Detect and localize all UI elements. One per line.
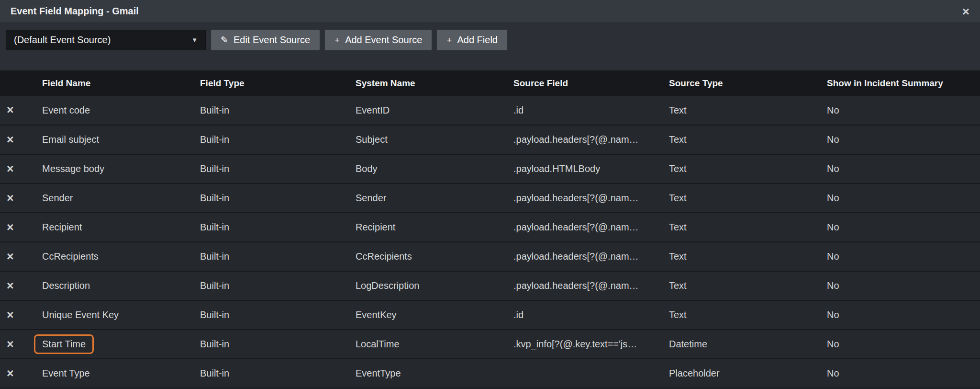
table-row: × Unique Event Key Built-in EventKey .id… [0,300,980,330]
table-header-row: Field Name Field Type System Name Source… [0,70,980,96]
field-name-text[interactable]: Event code [42,105,90,116]
source-field-cell: .payload.headers[?(@.nam… [501,242,657,271]
delete-row-icon[interactable]: × [7,308,14,321]
show-in-incident-summary-cell: No [814,154,980,183]
pencil-icon: ✎ [221,35,228,45]
field-type-cell: Built-in [188,213,343,242]
source-type-cell: Placeholder [657,359,814,388]
source-field-cell: .payload.headers[?(@.nam… [501,183,657,213]
add-event-source-button[interactable]: + Add Event Source [325,30,432,50]
system-name-cell: LocalTime [343,330,501,359]
source-type-cell: Text [657,300,814,330]
field-name-cell: CcRecipients [30,242,188,271]
delete-row-icon[interactable]: × [7,133,14,146]
table-row: × Email subject Built-in Subject .payloa… [0,125,980,154]
field-name-text[interactable]: Email subject [42,134,99,145]
delete-cell: × [0,125,30,154]
show-in-incident-summary-cell: No [814,271,980,300]
field-name-text[interactable]: Sender [42,193,73,204]
add-field-button[interactable]: + Add Field [437,30,507,50]
delete-row-icon[interactable]: × [7,279,14,292]
delete-row-icon[interactable]: × [7,162,14,175]
field-name-cell: Event code [30,96,188,125]
system-name-cell: Subject [343,125,501,154]
field-name-cell: Unique Event Key [30,300,188,330]
titlebar: Event Field Mapping - Gmail × [0,0,980,23]
field-name-text[interactable]: Event Type [42,368,90,379]
delete-cell: × [0,330,30,359]
delete-cell: × [0,271,30,300]
toolbar: (Default Event Source) ▼ ✎ Edit Event So… [0,23,980,70]
table-row: × CcRecipients Built-in CcRecipients .pa… [0,242,980,271]
source-field-cell: .kvp_info[?(@.key.text=='js… [501,330,657,359]
delete-row-icon[interactable]: × [7,103,14,116]
field-type-cell: Built-in [188,330,343,359]
field-name-text[interactable]: Recipient [42,222,82,233]
field-name-cell: Start Time [30,330,188,359]
delete-row-icon[interactable]: × [7,250,14,263]
field-name-text[interactable]: Message body [42,163,104,174]
column-header-source-field: Source Field [501,70,657,96]
show-in-incident-summary-cell: No [814,242,980,271]
field-mapping-table: Field Name Field Type System Name Source… [0,70,980,389]
column-header-field-name: Field Name [30,70,188,96]
delete-cell: × [0,183,30,213]
field-name-cell: Description [30,271,188,300]
table-row: × Description Built-in LogDescription .p… [0,271,980,300]
close-icon[interactable]: × [962,5,969,18]
column-header-field-type: Field Type [188,70,343,96]
delete-cell: × [0,96,30,125]
system-name-cell: Sender [343,183,501,213]
field-name-text[interactable]: CcRecipients [42,251,99,262]
field-name-cell: Email subject [30,125,188,154]
source-field-cell: .id [501,300,657,330]
field-type-cell: Built-in [188,183,343,213]
show-in-incident-summary-cell: No [814,183,980,213]
edit-event-source-label: Edit Event Source [234,34,310,46]
field-name-text[interactable]: Unique Event Key [42,309,119,320]
field-type-cell: Built-in [188,154,343,183]
add-event-source-label: Add Event Source [345,34,422,46]
field-name-cell: Message body [30,154,188,183]
field-name-cell: Event Type [30,359,188,388]
source-type-cell: Text [657,183,814,213]
system-name-cell: EventType [343,359,501,388]
table-body: × Event code Built-in EventID .id Text N… [0,96,980,388]
field-type-cell: Built-in [188,359,343,388]
delete-row-icon[interactable]: × [7,337,14,351]
field-type-cell: Built-in [188,125,343,154]
delete-row-icon[interactable]: × [7,366,14,380]
show-in-incident-summary-cell: No [814,125,980,154]
plus-icon: + [446,35,452,45]
edit-event-source-button[interactable]: ✎ Edit Event Source [211,30,320,50]
show-in-incident-summary-cell: No [814,330,980,359]
delete-cell: × [0,359,30,388]
field-name-text[interactable]: Description [42,280,90,291]
chevron-down-icon: ▼ [191,36,198,44]
table-row: × Event Type Built-in EventType Placehol… [0,359,980,388]
event-source-dropdown[interactable]: (Default Event Source) ▼ [6,30,206,50]
source-field-cell: .payload.headers[?(@.nam… [501,213,657,242]
system-name-cell: EventID [343,96,501,125]
source-type-cell: Text [657,96,814,125]
source-field-cell: .payload.HTMLBody [501,154,657,183]
system-name-cell: EventKey [343,300,501,330]
table-row: × Message body Built-in Body .payload.HT… [0,154,980,183]
field-name-cell: Recipient [30,213,188,242]
field-name-cell: Sender [30,183,188,213]
source-type-cell: Text [657,213,814,242]
field-type-cell: Built-in [188,242,343,271]
delete-cell: × [0,300,30,330]
delete-row-icon[interactable]: × [7,191,14,205]
delete-cell: × [0,213,30,242]
field-name-text[interactable]: Start Time [34,334,94,354]
column-header-system-name: System Name [343,70,501,96]
delete-row-icon[interactable]: × [7,220,14,234]
delete-cell: × [0,154,30,183]
plus-icon: + [334,35,340,45]
add-field-label: Add Field [457,34,498,46]
column-header-delete [0,70,30,96]
show-in-incident-summary-cell: No [814,359,980,388]
system-name-cell: CcRecipients [343,242,501,271]
event-source-dropdown-value: (Default Event Source) [14,34,111,46]
